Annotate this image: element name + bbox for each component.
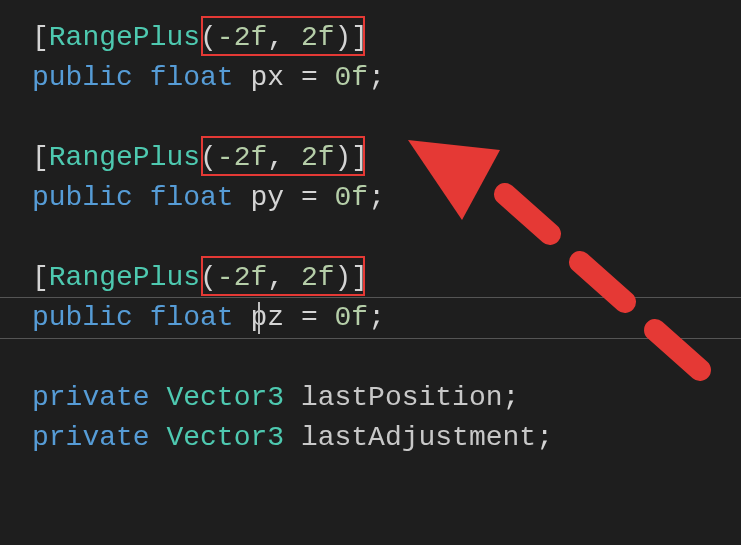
number-literal: -2f [217, 262, 267, 293]
keyword: private [32, 382, 150, 413]
paren-open: ( [200, 142, 217, 173]
number-literal: 0f [335, 302, 369, 333]
paren-open: ( [200, 22, 217, 53]
keyword: private [32, 422, 150, 453]
code-line[interactable]: public float px = 0f; [32, 58, 741, 98]
keyword: public [32, 302, 133, 333]
bracket-open: [ [32, 22, 49, 53]
semicolon: ; [536, 422, 553, 453]
code-line[interactable]: [RangePlus(-2f, 2f)] [32, 138, 741, 178]
code-line[interactable]: private Vector3 lastAdjustment; [32, 418, 741, 458]
operator: = [301, 62, 318, 93]
identifier: pz [250, 302, 284, 333]
text-caret [258, 302, 260, 334]
number-literal: 0f [335, 182, 369, 213]
type-keyword: float [150, 62, 234, 93]
attribute-name: RangePlus [49, 262, 200, 293]
number-literal: 2f [301, 142, 335, 173]
paren-close: ) [335, 22, 352, 53]
bracket-open: [ [32, 142, 49, 173]
attribute-name: RangePlus [49, 142, 200, 173]
blank-line [32, 98, 741, 138]
paren-open: ( [200, 262, 217, 293]
number-literal: -2f [217, 142, 267, 173]
operator: = [301, 302, 318, 333]
keyword: public [32, 62, 133, 93]
number-literal: 2f [301, 262, 335, 293]
semicolon: ; [368, 182, 385, 213]
number-literal: -2f [217, 22, 267, 53]
operator: = [301, 182, 318, 213]
semicolon: ; [368, 302, 385, 333]
identifier: px [250, 62, 284, 93]
code-editor[interactable]: [RangePlus(-2f, 2f)] public float px = 0… [0, 0, 741, 458]
identifier: lastAdjustment [301, 422, 536, 453]
bracket-close: ] [351, 142, 368, 173]
paren-close: ) [335, 262, 352, 293]
semicolon: ; [368, 62, 385, 93]
bracket-close: ] [351, 262, 368, 293]
type-name: Vector3 [166, 382, 284, 413]
number-literal: 2f [301, 22, 335, 53]
type-name: Vector3 [166, 422, 284, 453]
identifier: lastPosition [301, 382, 503, 413]
bracket-open: [ [32, 262, 49, 293]
type-keyword: float [150, 302, 234, 333]
code-line[interactable]: public float pz = 0f; [32, 298, 741, 338]
attribute-name: RangePlus [49, 22, 200, 53]
comma: , [267, 22, 301, 53]
identifier: py [250, 182, 284, 213]
code-line[interactable]: public float py = 0f; [32, 178, 741, 218]
current-line-border [0, 297, 741, 298]
blank-line [32, 338, 741, 378]
code-line[interactable]: [RangePlus(-2f, 2f)] [32, 18, 741, 58]
semicolon: ; [503, 382, 520, 413]
number-literal: 0f [335, 62, 369, 93]
paren-close: ) [335, 142, 352, 173]
comma: , [267, 142, 301, 173]
code-line[interactable]: private Vector3 lastPosition; [32, 378, 741, 418]
current-line-border [0, 338, 741, 339]
code-line[interactable]: [RangePlus(-2f, 2f)] [32, 258, 741, 298]
blank-line [32, 218, 741, 258]
type-keyword: float [150, 182, 234, 213]
bracket-close: ] [351, 22, 368, 53]
keyword: public [32, 182, 133, 213]
comma: , [267, 262, 301, 293]
